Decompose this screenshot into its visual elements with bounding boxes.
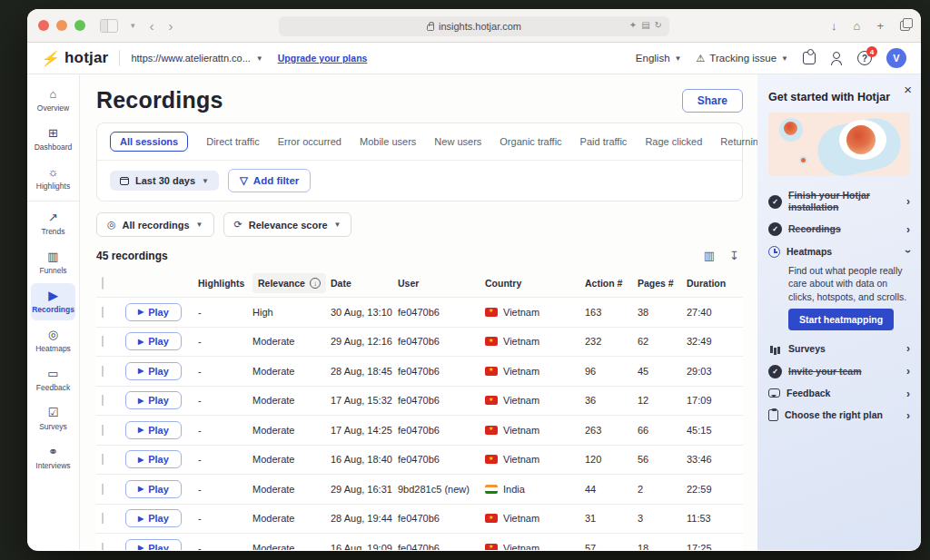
table-row[interactable]: ▶ Play - Moderate 16 Aug, 19:09 fe0470b6…: [96, 533, 743, 550]
tab-direct-traffic[interactable]: Direct traffic: [206, 136, 259, 147]
row-checkbox[interactable]: [102, 454, 104, 465]
play-button[interactable]: ▶ Play: [125, 450, 182, 468]
sidebar-item-interviews[interactable]: ⚭ Interviews: [31, 439, 75, 476]
segment-select[interactable]: ◎ All recordings ▼: [96, 212, 214, 237]
address-bar[interactable]: insights.hotjar.com ✦ ▤ ↻: [279, 16, 669, 36]
row-checkbox[interactable]: [102, 336, 104, 347]
columns-icon[interactable]: ▥: [704, 249, 715, 262]
pages-cell: 56: [636, 454, 685, 465]
table-row[interactable]: ▶ Play - Moderate 29 Aug, 16:31 9bd281c5…: [96, 474, 743, 504]
col-user[interactable]: User: [396, 278, 483, 289]
play-button[interactable]: ▶ Play: [125, 362, 182, 380]
language-selector[interactable]: English ▼: [636, 53, 682, 64]
add-filter-button[interactable]: ▽ Add filter: [228, 169, 311, 192]
date-range-filter[interactable]: Last 30 days ▼: [110, 171, 219, 191]
zoom-window-button[interactable]: [74, 20, 85, 31]
checklist-item[interactable]: Invite your team ›: [768, 360, 910, 383]
col-relevance[interactable]: Relevance: [252, 273, 326, 293]
row-checkbox[interactable]: [102, 366, 104, 377]
hotjar-logo[interactable]: ⚡ hotjar: [42, 49, 108, 67]
back-icon[interactable]: ‹: [150, 18, 154, 34]
checklist-item[interactable]: Heatmaps ›: [768, 241, 910, 262]
sort-select[interactable]: ⟳ Relevance score ▼: [223, 212, 352, 237]
col-date[interactable]: Date: [329, 278, 396, 289]
relevance-cell: Moderate: [251, 513, 329, 524]
col-duration[interactable]: Duration: [685, 278, 739, 289]
reload-icon[interactable]: ↻: [655, 20, 662, 30]
checklist-item[interactable]: Surveys ›: [768, 338, 910, 360]
checklist-item[interactable]: Feedback ›: [768, 383, 910, 405]
sidebar-item-recordings[interactable]: ▶ Recordings: [31, 283, 75, 320]
sidebar-item-trends[interactable]: ↗ Trends: [31, 205, 75, 242]
chevron-down-icon[interactable]: ▾: [127, 20, 139, 32]
sidebar-toggle-icon[interactable]: [100, 19, 118, 33]
play-button[interactable]: ▶ Play: [125, 509, 182, 527]
tab-organic-traffic[interactable]: Organic traffic: [500, 136, 561, 147]
col-country[interactable]: Country: [483, 278, 583, 289]
play-button[interactable]: ▶ Play: [125, 332, 182, 350]
sidebar-item-feedback[interactable]: ▭ Feedback: [31, 361, 75, 398]
play-button[interactable]: ▶ Play: [125, 391, 182, 409]
highlights-cell: -: [196, 307, 251, 318]
sidebar-item-highlights[interactable]: ☼ Highlights: [31, 160, 75, 197]
start-heatmapping-button[interactable]: Start heatmapping: [788, 309, 894, 330]
tab-paid-traffic[interactable]: Paid traffic: [580, 136, 628, 147]
checklist-item[interactable]: Finish your Hotjar installation ›: [768, 185, 910, 218]
forward-icon[interactable]: ›: [169, 18, 173, 34]
tab-new-users[interactable]: New users: [434, 136, 481, 147]
table-row[interactable]: ▶ Play - Moderate 29 Aug, 12:16 fe0470b6…: [96, 327, 743, 357]
table-row[interactable]: ▶ Play - Moderate 28 Aug, 19:44 fe0470b6…: [96, 504, 743, 534]
integrations-icon[interactable]: [803, 52, 816, 64]
table-row[interactable]: ▶ Play - Moderate 28 Aug, 18:45 fe0470b6…: [96, 356, 743, 386]
tracking-issue-menu[interactable]: ⚠ Tracking issue ▼: [696, 53, 788, 64]
checklist-item[interactable]: Choose the right plan ›: [768, 405, 910, 427]
row-checkbox[interactable]: [102, 484, 104, 495]
tab-all-sessions[interactable]: All sessions: [110, 132, 188, 152]
play-button[interactable]: ▶ Play: [125, 539, 182, 550]
tabs-overview-icon[interactable]: [900, 21, 910, 31]
download-icon[interactable]: ↓: [831, 19, 837, 33]
row-checkbox[interactable]: [102, 425, 104, 436]
col-pages[interactable]: Pages #: [636, 278, 685, 289]
row-checkbox[interactable]: [102, 513, 104, 524]
site-selector[interactable]: https://www.atelierattn.co... ▼: [131, 53, 262, 64]
sidebar-item-label: Interviews: [35, 461, 70, 470]
tab-rage-clicked[interactable]: Rage clicked: [645, 136, 702, 147]
help-menu[interactable]: ? 4: [857, 51, 872, 65]
highlights-cell: -: [196, 484, 251, 495]
share-icon[interactable]: ⌂: [854, 19, 861, 33]
invite-user-icon[interactable]: [830, 52, 843, 64]
sidebar-item-heatmaps[interactable]: ◎ Heatmaps: [31, 322, 75, 359]
row-checkbox[interactable]: [102, 395, 104, 406]
tab-error-occurred[interactable]: Error occurred: [278, 136, 341, 147]
close-window-button[interactable]: [38, 20, 49, 31]
row-checkbox[interactable]: [102, 543, 104, 550]
upgrade-plans-link[interactable]: Upgrade your plans: [278, 53, 368, 64]
sidebar-item-overview[interactable]: ⌂ Overview: [31, 82, 75, 119]
close-icon[interactable]: ×: [904, 82, 912, 97]
col-highlights[interactable]: Highlights: [196, 278, 251, 289]
share-button[interactable]: Share: [682, 89, 743, 113]
table-row[interactable]: ▶ Play - Moderate 17 Aug, 15:32 fe0470b6…: [96, 386, 743, 416]
new-tab-icon[interactable]: +: [876, 19, 884, 33]
tab-mobile-users[interactable]: Mobile users: [360, 136, 416, 147]
reader-icon[interactable]: ▤: [641, 20, 649, 30]
table-row[interactable]: ▶ Play - High 30 Aug, 13:10 fe0470b6 Vie…: [96, 297, 743, 327]
tab-returning-users[interactable]: Returning users: [720, 136, 757, 147]
checklist-item[interactable]: Recordings ›: [768, 218, 910, 241]
sidebar-item-surveys[interactable]: ☑ Surveys: [31, 400, 75, 437]
minimize-window-button[interactable]: [56, 20, 67, 31]
sidebar-item-funnels[interactable]: ▥ Funnels: [31, 244, 75, 281]
col-actions[interactable]: Action #: [583, 278, 636, 289]
avatar[interactable]: V: [886, 48, 906, 68]
translate-icon[interactable]: ✦: [629, 20, 637, 30]
play-button[interactable]: ▶ Play: [125, 421, 182, 439]
sidebar-item-dashboard[interactable]: ⊞ Dashboard: [31, 121, 75, 158]
row-checkbox[interactable]: [102, 307, 104, 318]
select-all-checkbox[interactable]: [102, 277, 104, 290]
play-button[interactable]: ▶ Play: [125, 480, 182, 498]
table-row[interactable]: ▶ Play - Moderate 17 Aug, 14:25 fe0470b6…: [96, 415, 743, 445]
download-icon[interactable]: ↧: [729, 249, 739, 262]
table-row[interactable]: ▶ Play - Moderate 16 Aug, 18:40 fe0470b6…: [96, 445, 743, 475]
play-button[interactable]: ▶ Play: [125, 303, 182, 321]
